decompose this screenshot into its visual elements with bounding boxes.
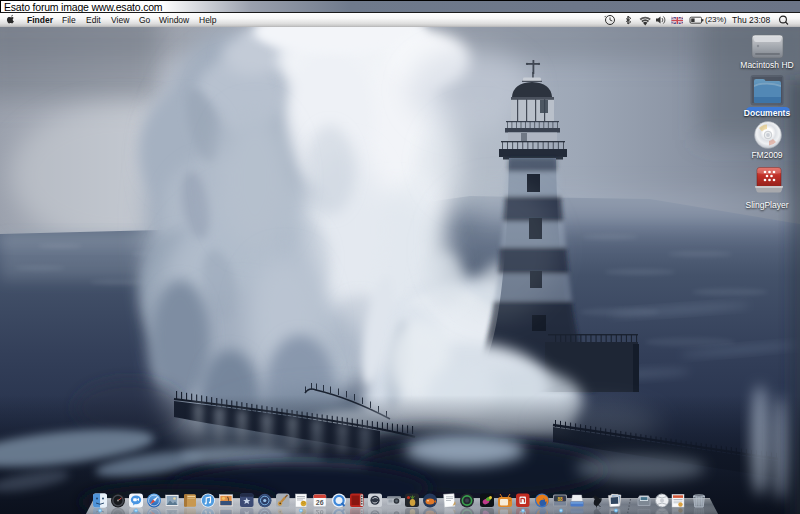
svg-text:88: 88 (557, 497, 563, 502)
svg-text:26: 26 (316, 499, 324, 506)
